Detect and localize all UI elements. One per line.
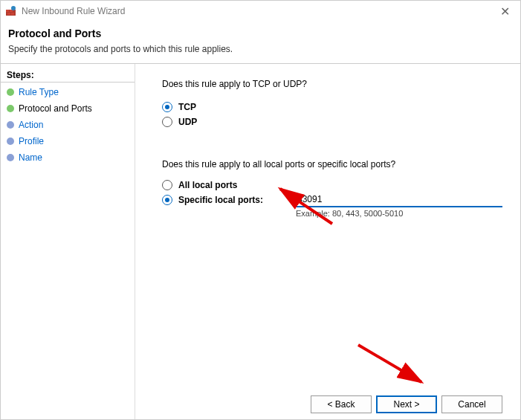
step-label: Profile [19,136,44,146]
wizard-footer: < Back Next > Cancel [162,388,502,413]
step-protocol-and-ports[interactable]: Protocol and Ports [1,100,135,117]
steps-heading: Steps: [1,68,135,83]
wizard-content: Does this rule apply to TCP or UDP? TCP … [135,64,520,420]
step-profile[interactable]: Profile [1,133,135,149]
tcp-radio[interactable] [162,102,172,112]
tcp-option[interactable]: TCP [162,102,502,112]
svg-rect-1 [6,10,9,12]
specific-ports-option[interactable]: Specific local ports: [162,195,281,205]
step-label: Action [19,120,43,130]
all-ports-label: All local ports [178,180,237,190]
step-label: Name [19,152,42,163]
page-title: Protocol and Ports [8,28,513,39]
specific-ports-label: Specific local ports: [178,195,263,205]
wizard-header: Protocol and Ports Specify the protocols… [1,22,520,63]
step-label: Rule Type [19,87,59,97]
title-bar: New Inbound Rule Wizard ✕ [1,1,520,22]
svg-point-5 [11,6,16,10]
step-action[interactable]: Action [1,117,135,133]
steps-sidebar: Steps: Rule Type Protocol and Ports Acti… [1,64,135,420]
cancel-button[interactable]: Cancel [441,395,502,413]
svg-rect-4 [11,13,14,15]
window-title: New Inbound Rule Wizard [22,6,125,16]
step-bullet-icon [7,138,14,145]
port-input[interactable] [294,193,502,207]
firewall-icon [5,5,17,17]
udp-label: UDP [178,117,197,127]
step-bullet-icon [7,121,14,129]
svg-line-7 [358,345,421,382]
ports-prompt: Does this rule apply to all local ports … [162,159,502,169]
back-button[interactable]: < Back [311,395,372,413]
udp-option[interactable]: UDP [162,117,502,127]
page-subtitle: Specify the protocols and ports to which… [8,44,513,54]
protocol-prompt: Does this rule apply to TCP or UDP? [162,79,502,89]
step-label: Protocol and Ports [19,103,92,114]
all-ports-radio[interactable] [162,180,172,190]
annotation-arrow-icon [351,339,433,391]
all-ports-option[interactable]: All local ports [162,180,502,190]
close-icon[interactable]: ✕ [494,3,516,20]
step-bullet-icon [7,105,14,112]
step-name[interactable]: Name [1,149,135,166]
step-rule-type[interactable]: Rule Type [1,84,135,100]
udp-radio[interactable] [162,117,172,127]
svg-rect-3 [7,13,10,15]
port-example: Example: 80, 443, 5000-5010 [296,209,502,218]
step-bullet-icon [7,154,14,161]
step-bullet-icon [7,88,14,96]
next-button[interactable]: Next > [376,395,437,413]
tcp-label: TCP [178,102,196,112]
specific-ports-radio[interactable] [162,195,172,205]
